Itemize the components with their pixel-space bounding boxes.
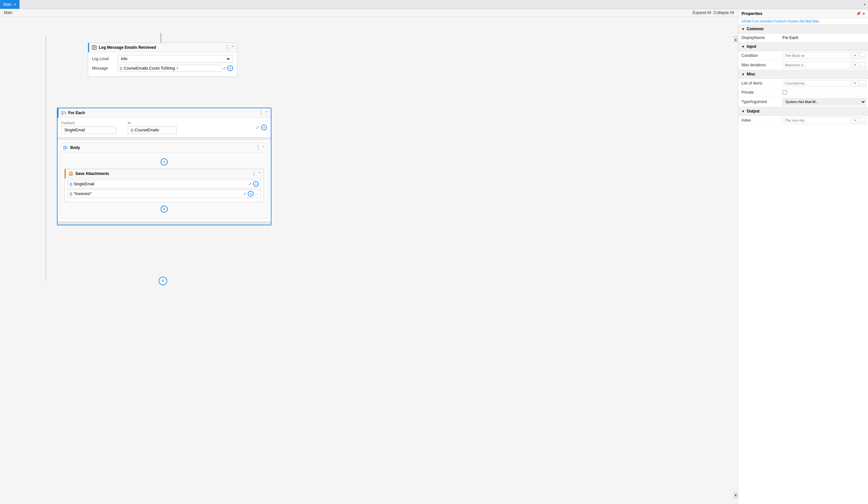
prop-maxiterations-plus-button[interactable]: +	[852, 62, 858, 68]
prop-typeargument-label: TypeArgument	[738, 97, 781, 106]
foreach-in-label: In	[128, 121, 176, 125]
save-attachments-card: Save Attachments ⋮ ⌃ {}	[64, 169, 264, 202]
prop-condition-dots-button[interactable]: …	[859, 52, 866, 59]
body-collapse-button[interactable]: ⌃	[262, 145, 265, 150]
log-message-title-group: Log Message Emails Retrieved	[92, 45, 156, 50]
foreach-in-expand-button[interactable]: ⤢	[256, 125, 259, 130]
attach-field2-add-button[interactable]: +	[248, 191, 254, 197]
prop-index-plus-button[interactable]: +	[852, 117, 858, 124]
canvas-content[interactable]: ▼ Log Message Email	[0, 17, 738, 502]
scroll-up-button[interactable]: ▲	[733, 36, 738, 43]
foreach-in-add-button[interactable]: +	[261, 125, 267, 130]
tab-close-icon[interactable]: ✕	[14, 3, 16, 6]
tab-main-label: Main	[3, 2, 12, 7]
prop-displayname-value: For Each	[783, 35, 798, 40]
log-level-dropdown[interactable]: Info Trace Warn Error	[117, 55, 233, 63]
prop-listitems-label: List of items	[738, 79, 781, 88]
properties-pin-icon[interactable]: 📌	[856, 11, 861, 16]
log-message-title: Log Message Emails Retrieved	[99, 45, 156, 50]
attach-field1-expand-button[interactable]: ⤢	[248, 182, 252, 186]
log-message-icon	[92, 45, 97, 50]
collapse-all-button[interactable]: Collapse All	[714, 10, 734, 15]
foreach-title: For Each	[68, 111, 85, 115]
svg-rect-5	[61, 113, 63, 114]
prop-index-input[interactable]	[783, 117, 850, 124]
prop-condition-label: Condition	[738, 51, 781, 60]
attach-field2-expand-button[interactable]: ⤢	[243, 192, 246, 196]
body-content: +	[61, 153, 268, 218]
message-expr-field: {} CourseEmails.Count.ToString +	[117, 65, 221, 72]
log-message-collapse-button[interactable]: ⌃	[231, 45, 234, 50]
tab-main[interactable]: Main ✕	[0, 0, 20, 9]
save-attachments-title-group: Save Attachments	[68, 171, 109, 176]
prop-section-input-label: Input	[747, 44, 756, 49]
prop-maxiterations-value-group: + …	[781, 61, 868, 70]
body-menu-button[interactable]: ⋮	[256, 145, 261, 150]
prop-section-output-header[interactable]: ▼ Output	[738, 107, 868, 116]
prop-listitems-input[interactable]	[783, 80, 850, 86]
attach-field2-value: "Invoices\"	[74, 192, 92, 196]
foreach-foreach-group: ForEach	[61, 121, 116, 134]
body-section: Body ⋮ ⌃ +	[60, 143, 268, 219]
foreach-header: For Each ⋮ ⌃	[58, 108, 271, 118]
foreach-menu-button[interactable]: ⋮	[258, 110, 264, 115]
message-expand-button[interactable]: ⤢	[223, 66, 226, 71]
prop-listitems-plus-button[interactable]: +	[852, 80, 858, 86]
log-level-select[interactable]: Info Trace Warn Error	[120, 56, 231, 61]
add-activity-final-button[interactable]: +	[159, 277, 167, 285]
foreach-collapse-button[interactable]: ⌃	[265, 111, 268, 115]
prop-section-input-header[interactable]: ▼ Input	[738, 42, 868, 51]
vertical-guide-line	[45, 36, 46, 280]
save-attachments-field1-row: {} SingleEmail ⤢ +	[67, 180, 261, 188]
prop-section-misc-header[interactable]: ▼ Misc	[738, 70, 868, 79]
add-activity-bottom-button[interactable]: +	[161, 206, 168, 213]
attach-field1-value: SingleEmail	[74, 182, 94, 186]
tab-dropdown-icon[interactable]: ▾	[861, 3, 868, 6]
prop-section-input: ▼ Input Condition + … Max iterations +	[738, 42, 868, 70]
prop-listitems-value-group: + …	[781, 79, 868, 88]
prop-maxiterations-input[interactable]	[783, 62, 850, 68]
svg-rect-6	[64, 146, 65, 149]
prop-section-common-header[interactable]: ▼ Common	[738, 25, 868, 33]
properties-panel: Properties 📌 ▾ UiPath.Core.Activities.Fo…	[738, 9, 868, 504]
properties-panel-subtitle: UiPath.Core.Activities.ForEach<System.Ne…	[738, 18, 868, 25]
attach-field1-add-button[interactable]: +	[253, 181, 259, 187]
save-attachments-fields: {} SingleEmail ⤢ + {} "Invoices\"	[65, 178, 264, 202]
properties-panel-header: Properties 📌 ▾	[738, 9, 868, 18]
main-area: Main Expand All Collapse All ▼	[0, 9, 868, 504]
save-attachments-menu-button[interactable]: ⋮	[251, 171, 257, 176]
prop-private-checkbox[interactable]	[783, 90, 787, 95]
attach-field2-menu-button[interactable]: …	[255, 192, 259, 196]
scroll-down-button[interactable]: ▼	[733, 492, 738, 498]
prop-maxiterations-label: Max iterations	[738, 61, 781, 69]
canvas-toolbar-right: Expand All Collapse All	[693, 10, 734, 15]
log-level-value-group: Info Trace Warn Error	[117, 55, 233, 63]
prop-maxiterations-dots-button[interactable]: …	[859, 62, 866, 68]
save-attachments-controls: ⋮ ⌃	[251, 171, 261, 176]
body-section-header: Body ⋮ ⌃	[61, 143, 268, 153]
add-activity-top-button[interactable]: +	[161, 158, 168, 165]
message-add-button[interactable]: +	[227, 65, 233, 71]
tab-bar: Main ✕ ▾	[0, 0, 868, 9]
prop-index-dots-button[interactable]: …	[859, 117, 866, 124]
expand-all-button[interactable]: Expand All	[693, 10, 711, 15]
prop-row-private: Private	[738, 88, 868, 97]
message-expr-icon: {}	[120, 66, 123, 70]
foreach-foreach-label: ForEach	[61, 121, 116, 125]
save-attachments-collapse-button[interactable]: ⌃	[258, 171, 261, 176]
save-attachments-header: Save Attachments ⋮ ⌃	[65, 169, 264, 178]
prop-typeargument-select[interactable]: System.Net.Mail.M...	[783, 98, 866, 105]
prop-condition-value-group: + …	[781, 51, 868, 60]
prop-listitems-dots-button[interactable]: …	[859, 80, 866, 86]
log-message-menu-button[interactable]: ⋮	[225, 45, 230, 50]
foreach-foreach-input[interactable]	[61, 126, 116, 134]
foreach-bottom-strip	[58, 222, 271, 225]
prop-condition-input[interactable]	[783, 52, 850, 59]
properties-dropdown-icon[interactable]: ▾	[863, 11, 865, 16]
add-connector-top: +	[63, 155, 265, 169]
prop-condition-plus-button[interactable]: +	[852, 52, 858, 59]
save-attachments-title: Save Attachments	[75, 171, 109, 176]
foreach-icon	[61, 110, 66, 115]
prop-row-condition: Condition + …	[738, 51, 868, 61]
prop-section-input-collapse-icon: ▼	[742, 45, 745, 49]
